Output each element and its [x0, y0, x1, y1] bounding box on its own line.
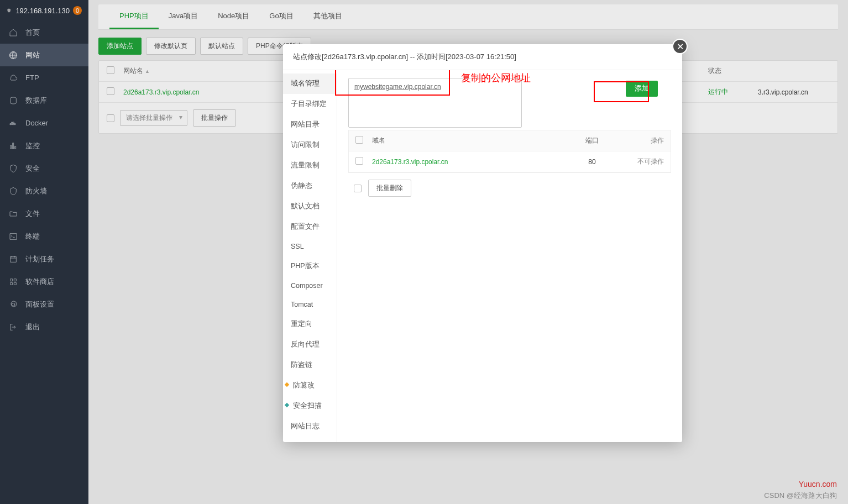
diamond-icon [284, 382, 290, 387]
svg-rect-1 [285, 403, 289, 407]
modal-nav-9[interactable]: PHP版本 [283, 256, 337, 276]
dom-check-all[interactable] [355, 136, 363, 144]
diamond-icon [284, 402, 290, 408]
modal-side-nav: 域名管理子目录绑定网站目录访问限制流量限制伪静态默认文档配置文件SSLPHP版本… [283, 70, 337, 442]
modal-nav-3[interactable]: 访问限制 [283, 135, 337, 155]
modal-nav-6[interactable]: 默认文档 [283, 196, 337, 217]
modal-nav-17[interactable]: 网站日志 [283, 416, 337, 437]
domain-row-name[interactable]: 2d26a173.r3.vip.cpolar.cn [372, 158, 570, 166]
add-domain-button[interactable]: 添加 [626, 81, 658, 97]
watermark-site: Yuucn.com [799, 480, 837, 489]
dom-col-port: 端口 [570, 136, 614, 145]
modal-nav-10[interactable]: Composer [283, 276, 337, 295]
close-icon[interactable]: ✕ [672, 39, 688, 54]
annotation-text: 复制的公网地址 [461, 71, 531, 85]
domain-entered: mywebsitegame.vip.cpolar.cn [354, 83, 441, 91]
modal-nav-15[interactable]: 防篡改 [283, 375, 337, 396]
domain-row: 2d26a173.r3.vip.cpolar.cn 80 不可操作 [349, 151, 671, 172]
modal-nav-16[interactable]: 安全扫描 [283, 396, 337, 416]
modal-nav-8[interactable]: SSL [283, 237, 337, 256]
modal-nav-1[interactable]: 子目录绑定 [283, 94, 337, 114]
dom-col-action: 操作 [614, 136, 664, 145]
site-edit-modal: ✕ 站点修改[2d26a173.r3.vip.cpolar.cn] -- 添加时… [283, 44, 682, 442]
modal-nav-12[interactable]: 重定向 [283, 314, 337, 334]
modal-nav-11[interactable]: Tomcat [283, 295, 337, 314]
dom-row-check[interactable] [355, 157, 363, 165]
domain-table: 域名 端口 操作 2d26a173.r3.vip.cpolar.cn 80 不可… [348, 130, 671, 173]
modal-title: 站点修改[2d26a173.r3.vip.cpolar.cn] -- 添加时间[… [283, 44, 682, 70]
modal-nav-2[interactable]: 网站目录 [283, 114, 337, 135]
modal-nav-0[interactable]: 域名管理 [283, 74, 337, 94]
modal-content: mywebsitegame.vip.cpolar.cn 添加 复制的公网地址 域… [337, 70, 682, 442]
domain-row-port: 80 [570, 158, 614, 166]
modal-nav-13[interactable]: 反向代理 [283, 334, 337, 355]
svg-rect-0 [285, 382, 289, 387]
batch-delete-button[interactable]: 批量删除 [368, 180, 411, 197]
watermark-author: CSDN @经海路大白狗 [764, 491, 837, 501]
modal-nav-7[interactable]: 配置文件 [283, 217, 337, 237]
dom-batch-check[interactable] [354, 185, 362, 192]
modal-nav-4[interactable]: 流量限制 [283, 155, 337, 176]
modal-nav-14[interactable]: 防盗链 [283, 355, 337, 375]
dom-col-domain: 域名 [372, 136, 570, 145]
domain-row-action: 不可操作 [614, 157, 664, 166]
modal-nav-5[interactable]: 伪静态 [283, 176, 337, 196]
